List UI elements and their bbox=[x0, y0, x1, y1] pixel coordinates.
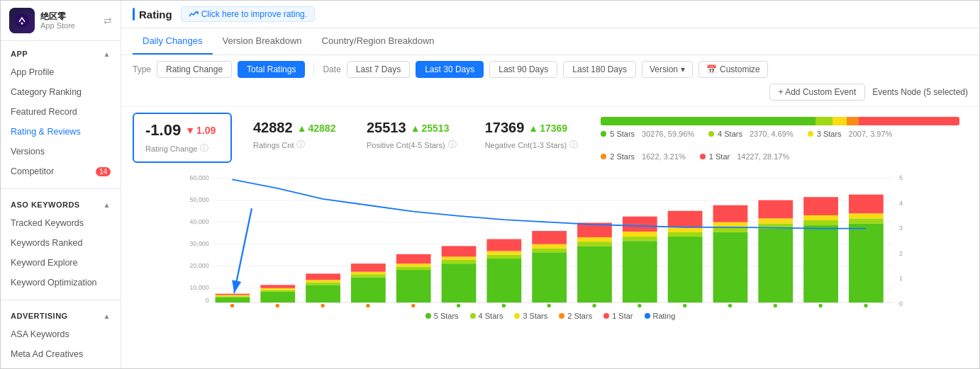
event-dot-14 bbox=[864, 304, 867, 307]
tab-country-region-breakdown[interactable]: Country/Region Breakdown bbox=[312, 28, 445, 55]
star-4-label: 4 Stars bbox=[718, 130, 742, 138]
app-name: 绝区零 bbox=[40, 11, 75, 21]
event-dot-8 bbox=[592, 304, 596, 307]
star-5-dot bbox=[601, 131, 606, 137]
filter-last-7-days[interactable]: Last 7 Days bbox=[347, 61, 410, 78]
event-dot-9 bbox=[637, 304, 641, 307]
sidebar-item-keyword-explore[interactable]: Keyword Explore bbox=[1, 253, 121, 273]
negative-cnt-value: 17369 ▲ 17369 bbox=[485, 120, 579, 136]
bar-1star-1 bbox=[260, 285, 295, 288]
tab-version-breakdown[interactable]: Version Breakdown bbox=[213, 28, 312, 55]
svg-text:50,000: 50,000 bbox=[190, 196, 209, 203]
bar-3star-2 bbox=[306, 280, 340, 283]
info-icon-2: ⓘ bbox=[296, 139, 305, 151]
bar-5star-2 bbox=[306, 285, 340, 302]
sidebar-item-featured-record[interactable]: Featured Record bbox=[1, 102, 121, 122]
sidebar-item-keyword-optimization[interactable]: Keyword Optimization bbox=[1, 273, 121, 293]
sidebar-item-category-ranking[interactable]: Category Ranking bbox=[1, 82, 121, 102]
sidebar-section-header-app[interactable]: APP ▲ bbox=[1, 45, 121, 62]
sidebar-item-asa-keywords[interactable]: ASA Keywords bbox=[1, 324, 121, 344]
sidebar-section-advertising: Advertising ▲ ASA Keywords Meta Ad Creat… bbox=[1, 303, 121, 368]
star-label-1: 1 Star 14227, 28.17% bbox=[700, 152, 789, 161]
bar-5star-7 bbox=[532, 252, 567, 302]
filter-last-180-days[interactable]: Last 180 Days bbox=[563, 61, 636, 78]
bar-5star-3 bbox=[351, 278, 386, 302]
bar-5star-5 bbox=[442, 263, 477, 302]
sidebar-section-header-advertising[interactable]: Advertising ▲ bbox=[1, 307, 121, 324]
star-2-dot bbox=[601, 154, 606, 159]
rating-change-value: -1.09 ▼ 1.09 bbox=[145, 121, 219, 140]
legend-label-4stars: 4 Stars bbox=[479, 312, 503, 320]
svg-text:10,000: 10,000 bbox=[190, 284, 209, 291]
sidebar-item-rating-reviews[interactable]: Rating & Reviews bbox=[1, 122, 121, 142]
app-container: 绝区零 App Store ⇄ APP ▲ App Profile Catego… bbox=[0, 0, 980, 369]
star-labels: 5 Stars 30276, 59.96% 4 Stars 2370, 4.69… bbox=[601, 130, 959, 161]
star-distribution: 5 Stars 30276, 59.96% 4 Stars 2370, 4.69… bbox=[592, 113, 968, 165]
bar-1star-10 bbox=[668, 211, 703, 227]
calendar-icon: 📅 bbox=[706, 64, 717, 74]
event-dot-12 bbox=[774, 304, 777, 307]
sidebar-item-meta-ad-creatives[interactable]: Meta Ad Creatives bbox=[1, 344, 121, 364]
improve-rating-link[interactable]: Click here to improve rating. bbox=[181, 6, 315, 22]
divider-1 bbox=[1, 188, 121, 189]
bar-4star-4 bbox=[396, 267, 431, 270]
bar-3star-4 bbox=[396, 263, 431, 266]
bar-3star-3 bbox=[351, 272, 386, 275]
tab-daily-changes[interactable]: Daily Changes bbox=[133, 28, 213, 55]
star-3-dot bbox=[808, 131, 813, 137]
sidebar-item-competitor[interactable]: Competitor 14 bbox=[1, 161, 121, 181]
negative-cnt-delta: ▲ 17369 bbox=[528, 123, 567, 134]
star-bar-5 bbox=[601, 117, 815, 125]
filter-last-90-days[interactable]: Last 90 Days bbox=[489, 61, 557, 78]
filter-rating-change[interactable]: Rating Change bbox=[157, 61, 232, 78]
star-5-count: 30276, 59.96% bbox=[642, 130, 694, 138]
stat-ratings-cnt: 42882 ▲ 42882 Ratings Cnt ⓘ bbox=[239, 113, 352, 158]
down-arrow-icon: ▼ bbox=[185, 125, 195, 136]
svg-text:40,000: 40,000 bbox=[190, 218, 209, 225]
legend-label-5stars: 5 Stars bbox=[434, 312, 459, 320]
bar-1star-2 bbox=[306, 273, 340, 280]
info-icon-3: ⓘ bbox=[448, 139, 457, 151]
bar-3star-7 bbox=[532, 244, 567, 249]
svg-text:20,000: 20,000 bbox=[190, 262, 209, 269]
avatar bbox=[9, 8, 35, 33]
competitor-badge: 14 bbox=[96, 167, 111, 176]
sidebar-section-header-aso[interactable]: ASO Keywords ▲ bbox=[1, 196, 121, 213]
sidebar-item-tracked-keywords[interactable]: Tracked Keywords bbox=[1, 213, 121, 233]
filter-customize[interactable]: 📅 Customize bbox=[698, 61, 768, 78]
bar-5star-4 bbox=[396, 270, 431, 302]
bar-4star-10 bbox=[668, 232, 703, 237]
rating-title: Rating bbox=[133, 8, 172, 21]
bar-5star-14 bbox=[849, 223, 884, 302]
filter-total-ratings[interactable]: Total Ratings bbox=[238, 61, 305, 78]
bar-1star-12 bbox=[758, 200, 793, 219]
add-custom-event-button[interactable]: + Add Custom Event bbox=[769, 84, 866, 101]
sidebar-item-versions[interactable]: Versions bbox=[1, 142, 121, 161]
event-dot-4 bbox=[411, 304, 415, 307]
filter-last-30-days[interactable]: Last 30 Days bbox=[416, 61, 484, 78]
sidebar-item-app-profile[interactable]: App Profile bbox=[1, 62, 121, 82]
event-dot-2 bbox=[321, 304, 324, 307]
svg-text:5: 5 bbox=[899, 174, 903, 181]
type-label: Type bbox=[133, 64, 151, 74]
star-2-label: 2 Stars bbox=[610, 152, 635, 161]
filter-separator-1 bbox=[313, 62, 314, 76]
legend-dot-5stars bbox=[425, 313, 431, 319]
bar-4star-3 bbox=[351, 274, 386, 277]
svg-text:0: 0 bbox=[899, 300, 903, 307]
legend-dot-4stars bbox=[470, 313, 476, 319]
rating-label: Rating bbox=[139, 8, 172, 21]
bar-1star-6 bbox=[486, 239, 521, 251]
bar-3star-1 bbox=[260, 288, 295, 290]
customize-label: Customize bbox=[720, 64, 760, 74]
bar-3star-10 bbox=[668, 227, 703, 232]
events-node-label: Events Node (5 selected) bbox=[872, 87, 968, 97]
switch-icon[interactable]: ⇄ bbox=[104, 15, 112, 26]
legend-5stars: 5 Stars bbox=[425, 312, 459, 320]
sidebar-item-keywords-ranked[interactable]: Keywords Ranked bbox=[1, 233, 121, 253]
event-dot-11 bbox=[728, 304, 732, 307]
svg-text:4: 4 bbox=[899, 200, 903, 207]
filter-version[interactable]: Version ▾ bbox=[642, 61, 693, 78]
bar-3star-0 bbox=[216, 295, 250, 297]
legend-dot-3stars bbox=[514, 313, 520, 319]
